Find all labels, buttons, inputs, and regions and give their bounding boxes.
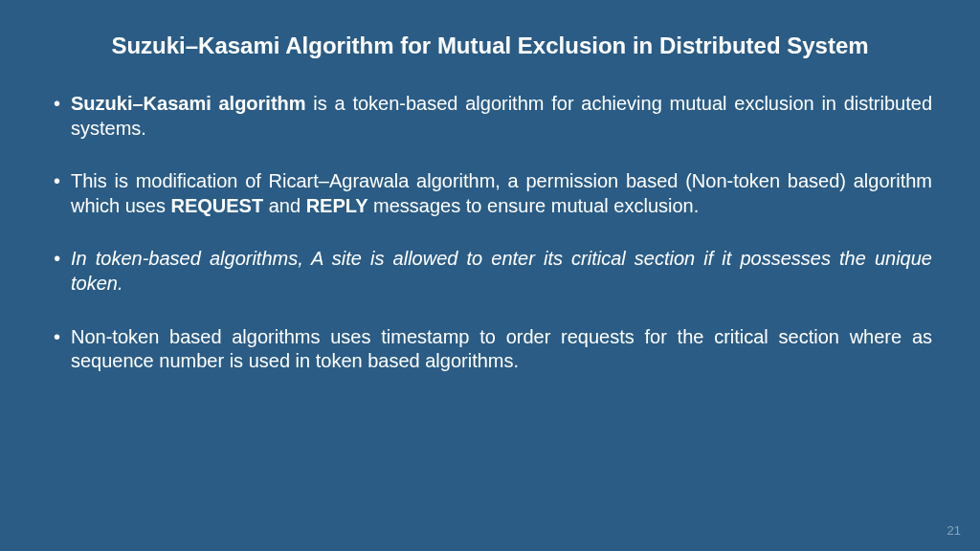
italic-text: In token-based algorithms, A site is all… — [71, 248, 932, 294]
bold-text: Suzuki–Kasami algorithm — [71, 93, 306, 114]
bold-text: REPLY — [306, 195, 368, 216]
list-item: Suzuki–Kasami algorithm is a token-based… — [48, 92, 932, 141]
list-item: Non-token based algorithms uses timestam… — [48, 325, 932, 374]
bullet-list: Suzuki–Kasami algorithm is a token-based… — [48, 92, 932, 374]
page-number: 21 — [947, 523, 961, 538]
bold-text: REQUEST — [171, 195, 264, 216]
text: and — [263, 195, 305, 216]
text: messages to ensure mutual exclusion. — [368, 195, 700, 216]
slide-title: Suzuki–Kasami Algorithm for Mutual Exclu… — [48, 33, 932, 59]
list-item: This is modification of Ricart–Agrawala … — [48, 169, 932, 218]
text: Non-token based algorithms uses timestam… — [71, 326, 932, 372]
list-item: In token-based algorithms, A site is all… — [48, 247, 932, 296]
